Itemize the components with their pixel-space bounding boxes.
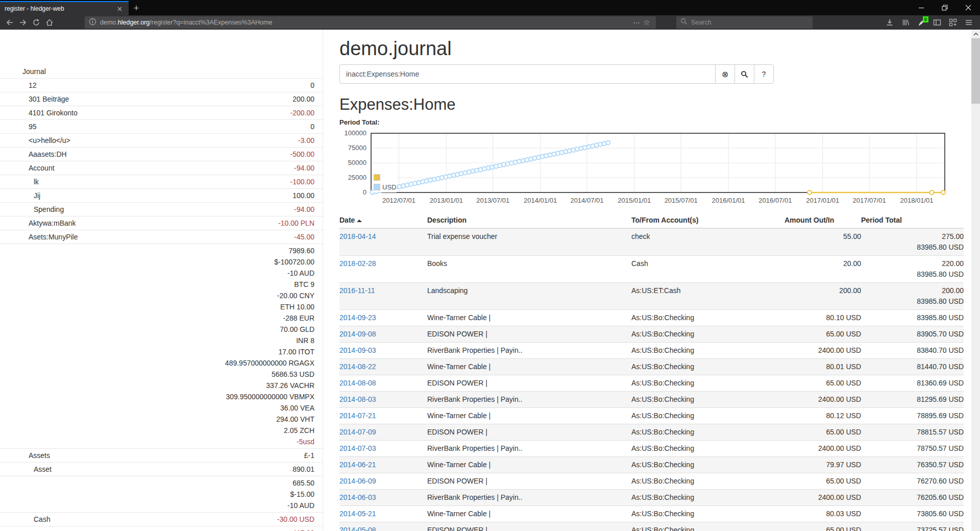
register-amount: 65.00 USD [785, 326, 861, 343]
balance-amount: 294.00 VHT [225, 414, 314, 425]
site-info-icon[interactable] [89, 18, 96, 27]
bookmark-star-icon[interactable]: ☆ [642, 18, 652, 27]
register-row: 2014-09-23Wine-Tarner Cable |As:US:Bo:Ch… [339, 310, 964, 326]
window-minimize-button[interactable] [910, 0, 933, 15]
balance-amount: 7989.60 [225, 245, 314, 256]
account-heading: Expenses:Home [339, 96, 964, 113]
sidebar-account-link[interactable]: Aaasets:DH [0, 149, 290, 160]
svg-text:2012/07/01: 2012/07/01 [382, 197, 415, 204]
sidebar-account-balance: -30.00 USD [277, 514, 314, 525]
balance-amount: 100.00 [292, 190, 314, 201]
register-date-link[interactable]: 2014-09-23 [339, 313, 376, 322]
register-row: 2014-08-03RiverBank Properties | Payin..… [339, 392, 964, 408]
register-date-link[interactable]: 2014-07-09 [339, 428, 376, 436]
register-description: EDISON POWER | [427, 522, 631, 531]
register-date-link[interactable]: 2018-04-14 [339, 232, 376, 240]
register-date-link[interactable]: 2016-11-11 [339, 286, 375, 295]
register-period-total: 76350.57 USD [861, 457, 964, 473]
register-date-link[interactable]: 2014-07-21 [339, 412, 376, 420]
scrollbar-thumb[interactable] [971, 38, 980, 104]
download-icon[interactable] [884, 16, 896, 29]
browser-search-field[interactable]: Search [676, 16, 813, 29]
register-amount: 79.97 USD [785, 457, 861, 473]
register-date-link[interactable]: 2018-02-28 [339, 259, 376, 268]
sidebar-account-link[interactable]: 301 Beiträge [0, 93, 292, 105]
page-actions-icon[interactable]: ⋯ [631, 18, 642, 27]
sidebar-account-link[interactable]: Journal [0, 66, 314, 77]
sidebar-account-link[interactable]: 4101 Girokonto [0, 107, 290, 118]
register-amount: 65.00 USD [785, 375, 861, 392]
register-date-link[interactable]: 2014-05-21 [339, 510, 376, 518]
register-amount: 2400.00 USD [785, 490, 861, 506]
sidebar-account-link[interactable]: Asets:MunyPile [0, 231, 294, 243]
register-date-link[interactable]: 2014-07-03 [339, 444, 376, 452]
forward-icon[interactable] [16, 16, 30, 29]
query-input[interactable] [339, 64, 716, 84]
register-account: As:US:Bo:Checking [631, 457, 785, 473]
register-row: 2014-05-21Wine-Tarner Cable |As:US:Bo:Ch… [339, 506, 964, 522]
new-tab-button[interactable]: + [129, 1, 144, 15]
url-path: /register?q=inacct%3AExpenses%3AHome [150, 19, 272, 26]
main-content: demo.journal ⊗ ? Expenses:Home Period To… [339, 30, 964, 531]
sidebar-toggle-icon[interactable] [931, 16, 943, 29]
header-period-total: Period Total [861, 213, 964, 228]
svg-text:2017/01/01: 2017/01/01 [806, 197, 839, 204]
library-icon[interactable] [899, 16, 912, 29]
svg-text:0: 0 [363, 188, 366, 196]
clear-query-button[interactable]: ⊗ [715, 64, 735, 84]
register-date-link[interactable]: 2014-05-08 [339, 526, 376, 531]
register-date-link[interactable]: 2014-08-03 [339, 395, 376, 403]
submit-query-button[interactable] [734, 64, 754, 84]
register-period-total: 200.0083985.80 USD [861, 283, 964, 310]
window-close-button[interactable] [957, 0, 980, 15]
register-account: As:US:Bo:Checking [631, 375, 785, 392]
sidebar-account-balance: -94.00 [294, 162, 314, 174]
register-date-link[interactable]: 2014-08-08 [339, 379, 376, 387]
register-date-link[interactable]: 2014-06-03 [339, 493, 376, 501]
sidebar-account-link[interactable]: Aktywa:mBank [0, 218, 278, 229]
sidebar-account-link[interactable]: Asset [0, 464, 292, 475]
screenshots-grid-icon[interactable] [947, 16, 959, 29]
sidebar-account-link[interactable]: Jij [0, 190, 292, 201]
window-restore-button[interactable] [933, 0, 957, 15]
register-description: Trial expense voucher [427, 228, 631, 256]
sidebar-account-link[interactable]: Assets [0, 450, 304, 461]
menu-hamburger-icon[interactable] [963, 16, 975, 29]
page-scrollbar[interactable] [971, 30, 980, 531]
register-date-link[interactable]: 2014-06-21 [339, 461, 376, 469]
header-amount-outin: Amount Out/In [785, 213, 861, 228]
register-description: Wine-Tarner Cable | [427, 408, 631, 424]
sidebar-account-link[interactable]: Account [0, 162, 294, 174]
scrollbar-up-arrow[interactable] [971, 30, 980, 38]
header-date[interactable]: Date [339, 213, 427, 228]
extension-icon[interactable]: 0 [915, 16, 927, 29]
sidebar-account-link[interactable]: lk [0, 176, 290, 187]
sidebar-account-link[interactable]: 95 [0, 121, 310, 132]
reload-icon[interactable] [30, 16, 43, 29]
sidebar-account-balance: 685.50$-15.00-10 AUD [287, 477, 314, 511]
balance-amount: -30.00 USD [277, 514, 314, 525]
svg-text:2013/01/01: 2013/01/01 [430, 197, 463, 204]
register-amount: 80.10 USD [785, 310, 861, 326]
query-help-button[interactable]: ? [754, 64, 774, 84]
balance-amount: 2.05 ZCH [225, 425, 314, 436]
register-date-link[interactable]: 2014-09-08 [339, 330, 376, 338]
register-date-link[interactable]: 2014-09-03 [339, 346, 376, 354]
svg-text:2016/07/01: 2016/07/01 [758, 197, 792, 204]
register-date-link[interactable]: 2014-08-22 [339, 363, 376, 371]
sidebar-account-link[interactable]: <u>hello</u> [0, 135, 298, 146]
sidebar-account-link[interactable]: Spending [0, 204, 294, 215]
svg-text:50000: 50000 [348, 159, 366, 166]
home-icon[interactable] [43, 16, 56, 29]
browser-tab[interactable]: register - hledger-web [0, 1, 129, 15]
sidebar-account-link[interactable]: Cash [0, 514, 277, 525]
register-date-link[interactable]: 2014-06-09 [339, 477, 376, 485]
query-form: ⊗ ? [339, 64, 774, 84]
register-row: 2014-06-09EDISON POWER |As:US:Bo:Checkin… [339, 473, 964, 490]
url-bar[interactable]: demo.hledger.org/register?q=inacct%3AExp… [85, 16, 656, 29]
balance-amount: -117.00 [291, 527, 314, 531]
tab-close-icon[interactable] [115, 4, 124, 13]
sidebar-account-link[interactable]: 12 [0, 80, 310, 91]
back-icon[interactable] [3, 16, 16, 29]
url-domain: hledger.org [118, 19, 150, 26]
